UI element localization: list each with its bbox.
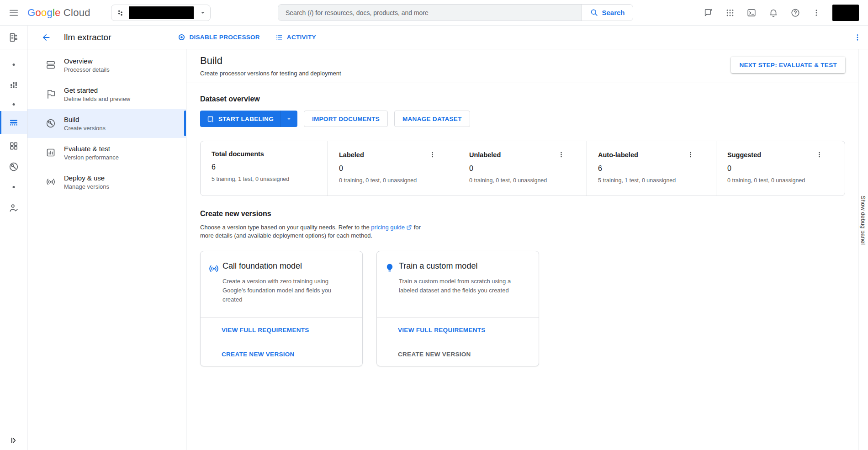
sidebar-item-label: Get started <box>64 86 130 94</box>
bullet-icon <box>12 103 15 106</box>
global-search: Search <box>278 4 633 21</box>
logo-cloud-text: Cloud <box>64 7 90 19</box>
search-icon <box>590 8 598 17</box>
sidebar-item-sublabel: Define fields and preview <box>64 95 130 102</box>
sidebar-item-sublabel: Manage versions <box>64 183 109 190</box>
expand-rail-button[interactable] <box>10 436 18 445</box>
document-ai-icon[interactable] <box>8 32 19 43</box>
search-button[interactable]: Search <box>582 5 633 21</box>
view-full-requirements-button[interactable]: VIEW FULL REQUIREMENTS <box>377 318 539 342</box>
wrench-circle-icon <box>8 161 19 172</box>
activity-label: ACTIVITY <box>287 34 316 41</box>
card-title: Call foundation model <box>222 261 350 271</box>
create-versions-heading: Create new versions <box>200 210 845 218</box>
top-bar-icons <box>704 0 859 26</box>
disable-icon <box>178 33 185 41</box>
google-cloud-logo[interactable]: Google Cloud <box>27 7 90 19</box>
page-header: Build Create processor versions for test… <box>186 49 858 83</box>
page-subtitle: Create processor versions for testing an… <box>200 70 341 77</box>
person-check-icon <box>8 203 19 213</box>
activity-list-icon <box>275 33 283 41</box>
rail-product-slot <box>0 26 27 49</box>
debug-panel-toggle[interactable]: Show debug panel <box>858 49 868 450</box>
back-button[interactable] <box>41 32 51 42</box>
stat-label: Suggested <box>727 151 761 159</box>
search-input[interactable] <box>278 5 582 21</box>
rail-tune-item[interactable] <box>8 79 19 90</box>
description-text: Choose a version type based on your qual… <box>200 224 371 231</box>
mixer-bars-icon <box>8 79 19 90</box>
manage-dataset-button[interactable]: MANAGE DATASET <box>394 111 470 127</box>
stat-menu-button[interactable] <box>686 150 695 159</box>
dataset-overview-heading: Dataset overview <box>200 95 845 103</box>
project-selector[interactable] <box>111 5 211 21</box>
broadcast-icon <box>208 263 220 318</box>
stat-menu-button[interactable] <box>815 150 824 159</box>
project-name-redacted <box>129 6 194 19</box>
sidebar-item-get-started[interactable]: Get started Define fields and preview <box>27 79 186 109</box>
sidebar-item-sublabel: Version performance <box>64 154 119 161</box>
sidebar-item-evaluate-test[interactable]: Evaluate & test Version performance <box>27 138 186 167</box>
pricing-guide-link[interactable]: pricing guide <box>371 224 405 231</box>
logo-letter: g <box>47 7 53 19</box>
start-labeling-dropdown[interactable] <box>280 111 297 127</box>
stat-labeled: Labeled 0 0 training, 0 test, 0 unassign… <box>328 141 458 196</box>
logo-letter: o <box>35 7 41 19</box>
rail-dataset-item-selected[interactable] <box>0 111 27 134</box>
sidebar-item-label: Deploy & use <box>64 174 109 182</box>
rail-bullet-item[interactable] <box>12 103 15 106</box>
cloud-shell-button[interactable] <box>746 8 757 18</box>
rail-build-item[interactable] <box>8 161 19 172</box>
rail-dashboard-item[interactable] <box>8 141 19 151</box>
activity-button[interactable]: ACTIVITY <box>275 33 316 41</box>
feedback-icon <box>704 8 714 18</box>
stat-suggested: Suggested 0 0 training, 0 test, 0 unassi… <box>716 141 845 196</box>
external-link-icon <box>406 224 412 230</box>
stat-value: 0 <box>339 164 447 173</box>
kebab-icon <box>816 151 823 158</box>
page-body: Dataset overview START LABELING IMPORT D <box>186 83 858 366</box>
hamburger-icon <box>9 8 19 18</box>
view-full-requirements-button[interactable]: VIEW FULL REQUIREMENTS <box>201 318 362 342</box>
menu-icon[interactable] <box>0 8 27 18</box>
rail-bullet-item[interactable] <box>12 186 15 188</box>
stat-menu-button[interactable] <box>557 150 566 159</box>
processor-more-button[interactable] <box>853 33 862 42</box>
apps-grid-icon <box>725 8 735 17</box>
main-column: llm extractor DISABLE PROCESSOR ACTIVITY… <box>27 26 868 450</box>
stat-label: Unlabeled <box>469 151 501 159</box>
stat-menu-button[interactable] <box>428 150 437 159</box>
dataset-actions: START LABELING IMPORT DOCUMENTS MANAGE D… <box>200 111 845 127</box>
help-button[interactable] <box>790 8 800 18</box>
feedback-button[interactable] <box>704 8 714 18</box>
next-step-button[interactable]: NEXT STEP: EVALUATE & TEST <box>731 57 845 73</box>
import-documents-button[interactable]: IMPORT DOCUMENTS <box>304 111 388 127</box>
create-new-version-button[interactable]: CREATE NEW VERSION <box>201 342 362 366</box>
kebab-icon <box>687 151 694 158</box>
search-button-label: Search <box>602 9 625 16</box>
stat-label: Auto-labeled <box>598 151 638 159</box>
stat-detail: 0 training, 0 test, 0 unassigned <box>469 177 576 184</box>
workspace: Overview Processor details Get started D… <box>27 49 868 450</box>
start-labeling-button[interactable]: START LABELING <box>200 111 297 127</box>
sidebar-item-overview[interactable]: Overview Processor details <box>27 50 186 79</box>
notifications-button[interactable] <box>768 8 778 18</box>
apps-grid-button[interactable] <box>725 8 735 17</box>
kebab-icon <box>812 9 820 17</box>
sidebar-item-build[interactable]: Build Create versions <box>27 109 186 138</box>
rail-permissions-item[interactable] <box>8 203 19 213</box>
stat-auto-labeled: Auto-labeled 6 5 training, 1 test, 0 una… <box>587 141 716 196</box>
processor-header-bar: llm extractor DISABLE PROCESSOR ACTIVITY <box>27 26 868 49</box>
card-title: Train a custom model <box>399 261 527 271</box>
more-options-button[interactable] <box>812 9 820 17</box>
nav-rail <box>0 26 27 450</box>
logo-letter: o <box>41 7 47 19</box>
rail-bullet-item[interactable] <box>12 64 15 66</box>
cloud-shell-icon <box>746 8 757 18</box>
sidebar-item-deploy-use[interactable]: Deploy & use Manage versions <box>27 167 186 196</box>
top-bar: Google Cloud Search <box>0 0 868 26</box>
overview-icon <box>45 59 56 70</box>
account-avatar-redacted[interactable] <box>832 5 859 21</box>
disable-processor-button[interactable]: DISABLE PROCESSOR <box>178 33 259 41</box>
stat-detail: 5 training, 1 test, 0 unassigned <box>212 176 317 182</box>
